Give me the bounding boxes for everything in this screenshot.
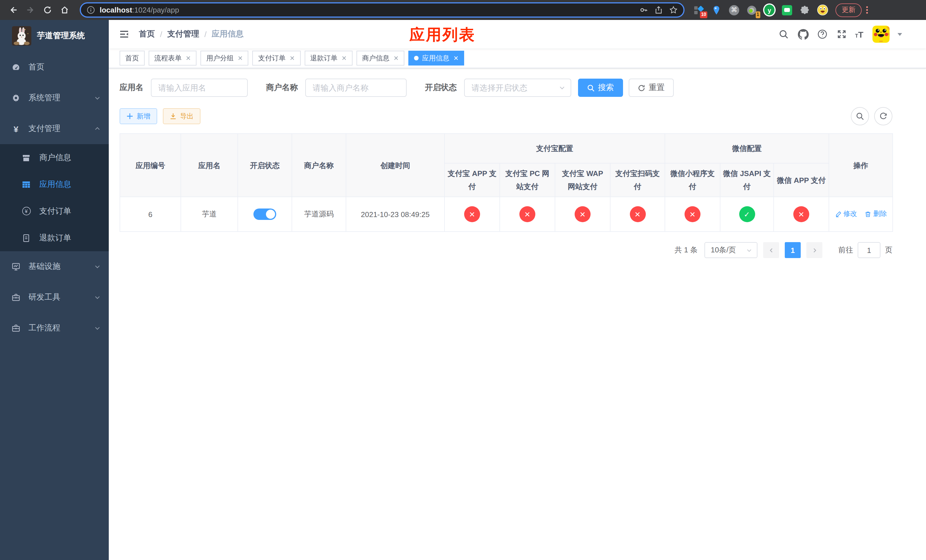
sidebar-item-merchant-info[interactable]: 商户信息 (0, 144, 109, 171)
sidebar-item-payment[interactable]: ¥ 支付管理 (0, 114, 109, 144)
sidebar-item-infrastructure[interactable]: 基础设施 (0, 251, 109, 282)
url-bar[interactable]: localhost:1024/pay/app (80, 2, 684, 18)
help-icon[interactable] (816, 28, 829, 41)
logo-rabbit-image (12, 26, 31, 45)
col-header-wechat-app: 微信 APP 支付 (774, 163, 829, 197)
close-icon[interactable]: ✕ (290, 55, 295, 61)
add-button[interactable]: 新增 (120, 108, 157, 124)
cell-merchant: 芋道源码 (292, 197, 346, 232)
status-select[interactable] (464, 79, 571, 97)
page-number-1[interactable]: 1 (785, 242, 801, 258)
col-header-alipay-wap: 支付宝 WAP 网站支付 (555, 163, 610, 197)
col-header-alipay-qr: 支付宝扫码支付 (610, 163, 665, 197)
search-button[interactable]: 搜索 (578, 79, 623, 97)
bookmark-star-icon[interactable] (669, 6, 678, 14)
avatar-caret-icon[interactable] (897, 33, 902, 36)
close-icon[interactable]: ✕ (453, 55, 458, 61)
merchant-name-label: 商户名称 (266, 83, 298, 93)
annotation-title: 应用列表 (410, 24, 475, 45)
tab-pay-order[interactable]: 支付订单✕ (253, 51, 300, 65)
cell-created: 2021-10-23 08:49:25 (346, 197, 445, 232)
close-icon[interactable]: ✕ (238, 55, 243, 61)
trash-icon (865, 211, 872, 218)
breadcrumb-home[interactable]: 首页 (139, 29, 155, 39)
sidebar-item-dev-tools[interactable]: 研发工具 (0, 282, 109, 313)
merchant-name-input[interactable] (305, 79, 407, 97)
sidebar-item-home[interactable]: 首页 (0, 52, 109, 83)
active-tab-dot (414, 56, 419, 61)
share-icon[interactable] (654, 6, 663, 14)
chevron-down-icon (94, 325, 101, 331)
delete-button[interactable]: 删除 (865, 209, 887, 219)
tab-home[interactable]: 首页 (120, 51, 145, 65)
browser-menu-icon[interactable] (866, 6, 868, 14)
goto-page-input[interactable] (858, 242, 881, 258)
tab-app-info[interactable]: 应用信息✕ (409, 51, 464, 65)
extension-yudao-icon[interactable]: y (763, 4, 776, 16)
extension-recorder-icon[interactable]: 1 (746, 4, 758, 16)
yen-circle-icon: ¥ (22, 206, 31, 216)
browser-reload-icon[interactable] (41, 3, 54, 17)
sidebar-item-refund-order[interactable]: 退款订单 (0, 224, 109, 251)
tab-merchant-info[interactable]: 商户信息✕ (357, 51, 404, 65)
cell-operations: 修改 删除 (829, 197, 893, 232)
enabled-toggle[interactable] (253, 209, 276, 220)
search-icon[interactable] (778, 28, 790, 41)
show-search-button[interactable] (851, 107, 869, 125)
close-icon[interactable]: ✕ (341, 55, 346, 61)
tab-process-form[interactable]: 流程表单✕ (149, 51, 197, 65)
browser-home-icon[interactable] (57, 3, 71, 17)
pagination-total: 共 1 条 (675, 245, 698, 255)
browser-update-button[interactable]: 更新 (835, 3, 862, 17)
site-info-icon[interactable] (86, 6, 95, 14)
breadcrumb-payment[interactable]: 支付管理 (168, 29, 199, 39)
sidebar-item-workflow[interactable]: 工作流程 (0, 313, 109, 344)
app-name-input[interactable] (151, 79, 248, 97)
extension-axure-icon[interactable]: 10 (693, 4, 705, 16)
edit-button[interactable]: 修改 (835, 209, 857, 219)
top-navbar: 首页 / 支付管理 / 应用信息 应用列表 (109, 20, 926, 48)
search-icon (587, 84, 595, 91)
sidebar-toggle-icon[interactable] (117, 27, 131, 41)
breadcrumb-current: 应用信息 (212, 29, 244, 39)
browser-forward-icon[interactable] (23, 3, 37, 17)
tab-refund-order[interactable]: 退款订单✕ (304, 51, 352, 65)
export-button[interactable]: 导出 (163, 108, 200, 124)
sidebar: 芋道管理系统 首页 系统管理 ¥ 支付管理 (0, 20, 109, 560)
extension-command-icon[interactable]: ⌘ (728, 4, 740, 16)
status-icon-alipay-pc (519, 206, 535, 222)
fullscreen-icon[interactable] (836, 28, 848, 41)
extension-pin-icon[interactable] (710, 4, 723, 16)
refresh-button[interactable] (874, 107, 893, 125)
close-icon[interactable]: ✕ (186, 55, 191, 61)
profile-avatar-icon[interactable] (816, 4, 829, 16)
extension-chat-icon[interactable] (781, 4, 793, 16)
breadcrumb: 首页 / 支付管理 / 应用信息 (139, 29, 244, 39)
status-icon-alipay-app (464, 206, 480, 222)
browser-back-icon[interactable] (6, 3, 20, 17)
password-key-icon[interactable] (640, 6, 648, 14)
cell-app-id: 6 (120, 197, 181, 232)
reset-button[interactable]: 重置 (629, 79, 674, 97)
user-avatar[interactable] (873, 26, 890, 43)
page-size-select[interactable]: 10条/页 (705, 242, 757, 258)
prev-page-button[interactable] (763, 242, 779, 258)
tab-user-group[interactable]: 用户分组✕ (200, 51, 248, 65)
font-size-icon[interactable]: TT (855, 30, 863, 38)
github-icon[interactable] (797, 28, 809, 41)
close-icon[interactable]: ✕ (393, 55, 399, 61)
sidebar-item-app-info[interactable]: 应用信息 (0, 171, 109, 198)
chevron-down-icon (94, 294, 101, 301)
sidebar-logo[interactable]: 芋道管理系统 (0, 20, 109, 52)
pagination: 共 1 条 10条/页 1 前往 (120, 242, 893, 258)
extension-badge: 1 (755, 11, 760, 18)
shop-icon (22, 153, 31, 162)
next-page-button[interactable] (806, 242, 822, 258)
extension-badge: 10 (700, 11, 707, 18)
payment-submenu: 商户信息 应用信息 ¥ 支付订单 退款订单 (0, 144, 109, 251)
briefcase-icon (11, 324, 21, 333)
extensions-puzzle-icon[interactable] (799, 4, 811, 16)
sidebar-item-pay-order[interactable]: ¥ 支付订单 (0, 198, 109, 224)
sidebar-item-system[interactable]: 系统管理 (0, 83, 109, 114)
app-table: 应用编号 应用名 开启状态 商户名称 创建时间 支付宝配置 微信配置 操作 支付… (120, 133, 893, 232)
